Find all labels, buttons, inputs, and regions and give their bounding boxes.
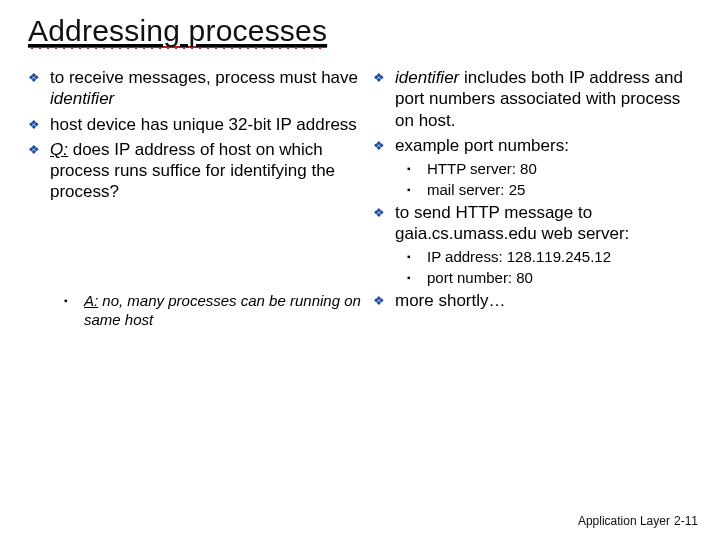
right-bullet-4: ❖ more shortly…: [373, 290, 698, 311]
right-sub-2-2-text: mail server: 25: [427, 181, 525, 198]
square-icon: ▪: [407, 251, 411, 264]
diamond-icon: ❖: [28, 70, 40, 86]
diamond-icon: ❖: [373, 205, 385, 221]
diamond-icon: ❖: [373, 138, 385, 154]
left-bullet-3-q: Q:: [50, 140, 68, 159]
square-icon: ▪: [407, 163, 411, 176]
footer-page: 2-11: [674, 514, 698, 528]
right-bullet-1-em: identifier: [395, 68, 459, 87]
left-answer-text: no, many processes can be running on sam…: [84, 292, 361, 328]
right-bullet-2: ❖ example port numbers:: [373, 135, 698, 156]
left-column: ❖ to receive messages, process must have…: [28, 67, 363, 315]
slide-footer: Application Layer2-11: [578, 514, 698, 528]
left-bullet-1: ❖ to receive messages, process must have…: [28, 67, 363, 110]
right-bullet-4-text: more shortly…: [395, 291, 506, 310]
diamond-icon: ❖: [373, 293, 385, 309]
left-answer-a: A:: [84, 292, 98, 309]
footer-section: Application Layer: [578, 514, 670, 528]
right-bullet-2-text: example port numbers:: [395, 136, 569, 155]
diamond-icon: ❖: [373, 70, 385, 86]
square-icon: ▪: [407, 272, 411, 285]
square-icon: ▪: [64, 295, 68, 308]
left-bullet-1-em: identifier: [50, 89, 114, 108]
left-answer: ▪ A: no, many processes can be running o…: [64, 292, 364, 330]
right-sub-2-1-text: HTTP server: 80: [427, 160, 537, 177]
right-sub-3-2-text: port number: 80: [427, 269, 533, 286]
right-sub-3-1: ▪ IP address: 128.119.245.12: [407, 248, 698, 267]
right-bullet-3: ❖ to send HTTP message to gaia.cs.umass.…: [373, 202, 698, 245]
slide-title: Addressing processes: [28, 14, 327, 48]
diamond-icon: ❖: [28, 142, 40, 158]
right-sub-3-1-text: IP address: 128.119.245.12: [427, 248, 611, 265]
left-bullet-1-text: to receive messages, process must have: [50, 68, 358, 87]
slide-title-wrap: Addressing processes: [28, 14, 327, 49]
left-bullet-2: ❖ host device has unique 32-bit IP addre…: [28, 114, 363, 135]
diamond-icon: ❖: [28, 117, 40, 133]
right-bullet-1: ❖ identifier includes both IP address an…: [373, 67, 698, 131]
answer-overlay: ▪ A: no, many processes can be running o…: [64, 290, 364, 332]
right-sub-3-2: ▪ port number: 80: [407, 269, 698, 288]
right-sub-2-2: ▪ mail server: 25: [407, 181, 698, 200]
square-icon: ▪: [407, 184, 411, 197]
left-bullet-2-text: host device has unique 32-bit IP address: [50, 115, 357, 134]
right-bullet-3-text: to send HTTP message to gaia.cs.umass.ed…: [395, 203, 629, 243]
right-sub-2-1: ▪ HTTP server: 80: [407, 160, 698, 179]
left-bullet-3-text: does IP address of host on which process…: [50, 140, 335, 202]
right-column: ❖ identifier includes both IP address an…: [373, 67, 698, 315]
two-column-layout: ❖ to receive messages, process must have…: [28, 67, 698, 315]
left-bullet-3: ❖ Q: does IP address of host on which pr…: [28, 139, 363, 203]
